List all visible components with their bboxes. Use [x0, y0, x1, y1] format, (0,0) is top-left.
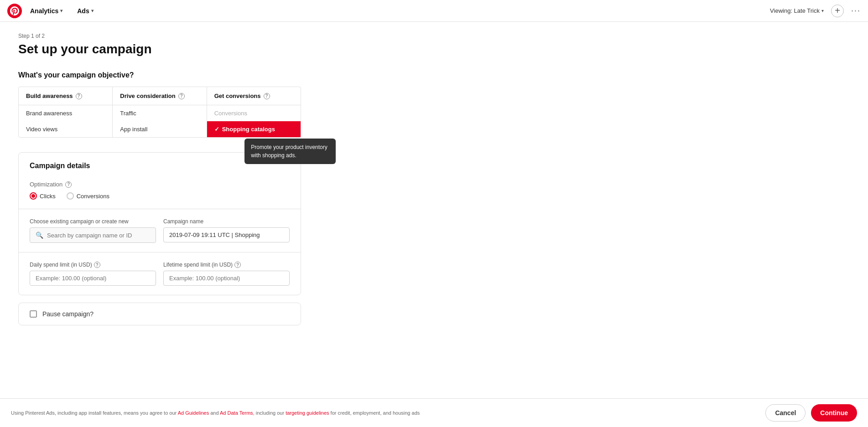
campaign-search-wrap: 🔍 [30, 227, 156, 243]
viewing-chevron-icon: ▾ [821, 8, 824, 13]
optimization-help-icon[interactable]: ? [65, 181, 72, 188]
daily-spend-label: Daily spend limit (in USD) ? [30, 262, 156, 268]
add-button[interactable]: + [831, 5, 844, 17]
search-icon: 🔍 [36, 232, 43, 239]
campaign-details-header: Campaign details [19, 153, 301, 175]
navbar: Analytics ▾ Ads ▾ Viewing: Late Trick ▾ … [0, 0, 868, 22]
campaign-name-label: Campaign name [163, 218, 290, 225]
get-conversions-help-icon[interactable]: ? [264, 93, 270, 99]
conversions-radio-circle [67, 192, 74, 200]
objective-col-drive-consideration: Drive consideration ? Traffic App instal… [113, 87, 207, 137]
pause-checkbox[interactable] [30, 310, 37, 318]
traffic-item[interactable]: Traffic [113, 105, 206, 121]
col-header-get-conversions: Get conversions ? [207, 87, 301, 105]
viewing-selector[interactable]: Viewing: Late Trick ▾ [770, 7, 824, 14]
analytics-nav[interactable]: Analytics ▾ [27, 5, 65, 16]
objective-col-get-conversions: Get conversions ? Conversions ✓ Shopping… [207, 87, 301, 137]
daily-spend-group: Daily spend limit (in USD) ? [30, 262, 156, 286]
analytics-chevron-icon: ▾ [60, 8, 62, 13]
more-options-button[interactable]: ··· [851, 6, 861, 15]
optimization-label: Optimization ? [30, 181, 290, 188]
clicks-radio-item[interactable]: Clicks [30, 192, 56, 200]
objective-section: What's your campaign objective? Build aw… [18, 71, 529, 138]
campaign-fields: Choose existing campaign or create new 🔍… [19, 209, 301, 252]
spend-section: Daily spend limit (in USD) ? Lifetime sp… [19, 252, 301, 295]
lifetime-spend-input[interactable] [163, 271, 290, 286]
ads-chevron-icon: ▾ [91, 8, 94, 13]
campaign-search-input[interactable] [47, 232, 150, 239]
lifetime-spend-help-icon[interactable]: ? [234, 262, 241, 268]
ads-nav[interactable]: Ads ▾ [74, 5, 96, 16]
lifetime-spend-label: Lifetime spend limit (in USD) ? [163, 262, 290, 268]
existing-campaign-group: Choose existing campaign or create new 🔍 [30, 218, 156, 243]
campaign-details-box: Campaign details Optimization ? Clicks C… [18, 152, 301, 295]
optimization-radio-group: Clicks Conversions [30, 192, 290, 200]
campaign-name-group: Campaign name [163, 218, 290, 243]
pause-box: Pause campaign? [18, 303, 301, 325]
col-header-drive-consideration: Drive consideration ? [113, 87, 206, 105]
page-title: Set up your campaign [18, 42, 529, 57]
app-install-item[interactable]: App install [113, 121, 206, 137]
col-header-build-awareness: Build awareness ? [19, 87, 112, 105]
campaign-name-input[interactable] [163, 227, 290, 242]
shopping-catalogs-container: ✓ Shopping catalogs Promote your product… [207, 121, 301, 137]
objective-col-build-awareness: Build awareness ? Brand awareness Video … [19, 87, 113, 137]
optimization-section: Optimization ? Clicks Conversions [19, 175, 301, 209]
conversions-radio-item[interactable]: Conversions [67, 192, 109, 200]
lifetime-spend-group: Lifetime spend limit (in USD) ? [163, 262, 290, 286]
daily-spend-help-icon[interactable]: ? [94, 262, 100, 268]
clicks-radio-circle [30, 192, 37, 200]
objective-question: What's your campaign objective? [18, 71, 529, 79]
step-label: Step 1 of 2 [18, 33, 529, 39]
video-views-item[interactable]: Video views [19, 121, 112, 137]
existing-campaign-label: Choose existing campaign or create new [30, 218, 156, 225]
spend-row: Daily spend limit (in USD) ? Lifetime sp… [30, 262, 290, 286]
checkmark-icon: ✓ [214, 126, 219, 133]
navbar-right: Viewing: Late Trick ▾ + ··· [770, 5, 861, 17]
svg-point-0 [7, 4, 22, 18]
brand-awareness-item[interactable]: Brand awareness [19, 105, 112, 121]
daily-spend-input[interactable] [30, 271, 156, 286]
drive-consideration-help-icon[interactable]: ? [178, 93, 185, 99]
build-awareness-help-icon[interactable]: ? [76, 93, 82, 99]
objective-table: Build awareness ? Brand awareness Video … [18, 87, 301, 138]
pinterest-logo[interactable] [7, 4, 22, 18]
campaign-fields-row: Choose existing campaign or create new 🔍… [30, 218, 290, 243]
conversions-item[interactable]: Conversions [207, 105, 301, 121]
shopping-catalogs-item[interactable]: ✓ Shopping catalogs [207, 121, 301, 137]
pause-label: Pause campaign? [42, 310, 94, 318]
page-content: Step 1 of 2 Set up your campaign What's … [0, 22, 547, 355]
